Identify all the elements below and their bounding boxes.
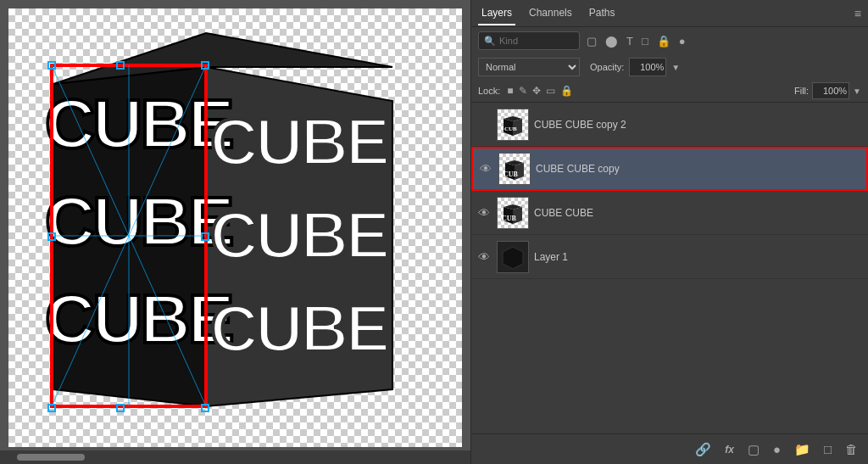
layers-list: 👁 CUB CUBE CUBE copy 2 👁 [471, 103, 868, 433]
text-filter-icon[interactable]: T [625, 33, 635, 49]
adjustment-icon[interactable]: ● [770, 440, 784, 458]
layer-item-cube-copy2[interactable]: 👁 CUB CUBE CUBE copy 2 [471, 103, 868, 147]
transparent-pixels-icon[interactable]: ■ [507, 85, 513, 97]
svg-text:CUB: CUB [504, 126, 517, 132]
dot-filter-icon[interactable]: ● [677, 33, 687, 49]
layer-name-layer1: Layer 1 [534, 251, 861, 263]
layer-item-cube[interactable]: 👁 CUB CUBE CUBE [471, 191, 868, 235]
canvas-scrollbar[interactable] [0, 450, 470, 464]
fill-section: Fill: ▼ [794, 82, 861, 99]
trash-icon[interactable]: 🗑 [842, 440, 861, 458]
layer-name-cube: CUBE CUBE [534, 207, 861, 219]
lock-row: Lock: ■ ✎ ✥ ▭ 🔒 Fill: ▼ [471, 80, 868, 103]
tab-layers[interactable]: Layers [478, 2, 515, 25]
visibility-icon-copy[interactable]: 👁 [480, 162, 493, 176]
folder-icon[interactable]: 📁 [791, 440, 814, 459]
new-layer-mask-icon[interactable]: ▢ [744, 440, 763, 459]
add-layer-icon[interactable]: □ [821, 440, 835, 458]
opacity-label: Opacity: [590, 62, 624, 72]
search-box[interactable]: 🔍 [478, 31, 580, 50]
lock-label: Lock: [478, 86, 500, 96]
layer-thumbnail-copy: CUB [498, 153, 531, 185]
blend-mode-select[interactable]: Normal Dissolve Darken Multiply Screen O… [478, 58, 580, 76]
layer-thumbnail-cube: CUB [497, 197, 529, 229]
lock-icons: ■ ✎ ✥ ▭ 🔒 [507, 85, 572, 97]
fill-label: Fill: [794, 86, 809, 96]
layer-name-copy2: CUBE CUBE copy 2 [534, 119, 861, 131]
panel-menu-icon[interactable]: ≡ [854, 7, 861, 20]
fx-icon[interactable]: fx [721, 442, 737, 457]
layer-thumbnail-layer1 [497, 241, 529, 273]
tab-channels[interactable]: Channels [526, 2, 576, 25]
paint-brush-icon[interactable]: ✎ [519, 85, 527, 97]
visibility-icon-copy2[interactable]: 👁 [478, 118, 492, 131]
fill-chevron[interactable]: ▼ [853, 87, 861, 96]
blend-row: Normal Dissolve Darken Multiply Screen O… [471, 54, 868, 80]
smart-filter-icon[interactable]: 🔒 [655, 33, 672, 49]
lock-icon[interactable]: 🔒 [560, 85, 573, 97]
cube-svg: CUBE CUBE CUBE CUBE CUBE CUBE [28, 16, 443, 440]
search-icon: 🔍 [484, 36, 496, 47]
artboard-icon[interactable]: ▭ [546, 85, 555, 97]
fill-input[interactable] [812, 82, 849, 99]
move-icon[interactable]: ✥ [532, 85, 541, 97]
svg-text:CUBE: CUBE [210, 291, 387, 366]
panel-bottom-toolbar: 🔗 fx ▢ ● 📁 □ 🗑 [471, 433, 868, 464]
search-row: 🔍 ▢ ⬤ T □ 🔒 ● [471, 27, 868, 54]
panel-tabs: Layers Channels Paths ≡ [471, 0, 868, 27]
layer-item-layer1[interactable]: 👁 Layer 1 [471, 235, 868, 279]
visibility-icon-cube[interactable]: 👁 [478, 206, 492, 220]
shape-filter-icon[interactable]: □ [640, 33, 650, 49]
layer-name-copy: CUBE CUBE copy [536, 163, 860, 175]
layer-thumbnail-copy2: CUB [497, 109, 529, 141]
circle-filter-icon[interactable]: ⬤ [604, 33, 620, 49]
panel-tabs-left: Layers Channels Paths [478, 2, 618, 25]
layer-item-cube-copy[interactable]: 👁 CUB CUBE CUBE copy [471, 147, 868, 191]
filter-icons: ▢ ⬤ T □ 🔒 ● [585, 33, 687, 49]
svg-text:CUBE: CUBE [210, 104, 387, 179]
scrollbar-thumb[interactable] [17, 454, 85, 461]
visibility-icon-layer1[interactable]: 👁 [478, 250, 492, 264]
right-panel: Layers Channels Paths ≡ 🔍 ▢ ⬤ T □ 🔒 ● No… [470, 0, 868, 464]
canvas-area: CUBE CUBE CUBE CUBE CUBE CUBE [0, 0, 470, 464]
opacity-chevron[interactable]: ▼ [671, 63, 680, 72]
cube-image-container: CUBE CUBE CUBE CUBE CUBE CUBE [8, 8, 462, 447]
opacity-input[interactable] [629, 58, 666, 76]
svg-text:CUBE: CUBE [45, 280, 232, 357]
svg-text:CUBE: CUBE [45, 182, 232, 260]
link-icon[interactable]: 🔗 [692, 440, 715, 459]
pixel-filter-icon[interactable]: ▢ [585, 33, 598, 49]
svg-text:CUB: CUB [504, 171, 519, 178]
svg-text:CUB: CUB [502, 215, 517, 222]
svg-text:CUBE: CUBE [210, 198, 387, 272]
tab-paths[interactable]: Paths [586, 2, 619, 25]
svg-text:CUBE: CUBE [45, 85, 232, 162]
search-input[interactable] [499, 36, 574, 46]
